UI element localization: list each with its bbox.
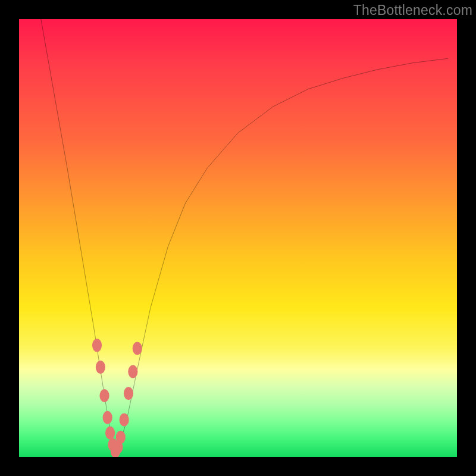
- svg-point-0: [92, 339, 102, 352]
- watermark-text: TheBottleneck.com: [353, 2, 472, 18]
- svg-point-11: [128, 365, 137, 378]
- bottleneck-curve: [41, 19, 448, 453]
- svg-point-4: [105, 426, 115, 439]
- svg-point-2: [99, 389, 109, 402]
- plot-area: [19, 19, 457, 457]
- svg-point-9: [120, 413, 129, 426]
- scatter-points: [92, 339, 142, 457]
- chart-frame: TheBottleneck.com: [0, 0, 476, 476]
- svg-point-8: [116, 431, 126, 444]
- svg-point-12: [133, 342, 142, 355]
- svg-point-10: [124, 387, 133, 400]
- svg-point-3: [103, 411, 112, 424]
- chart-svg: [19, 19, 457, 457]
- svg-point-1: [96, 361, 105, 374]
